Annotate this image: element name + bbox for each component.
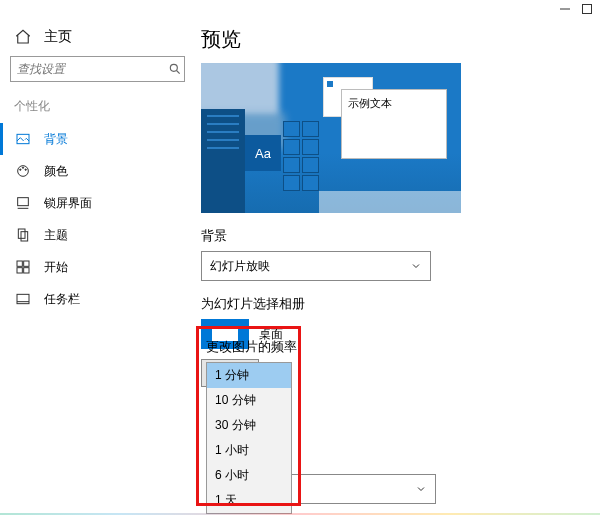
svg-line-3 — [177, 71, 180, 74]
sidebar-item-label: 任务栏 — [44, 291, 80, 308]
svg-rect-12 — [21, 232, 28, 241]
search-field[interactable] — [17, 62, 168, 76]
search-input[interactable] — [10, 56, 185, 82]
sidebar-item-start[interactable]: 开始 — [0, 251, 195, 283]
home-button[interactable]: 主页 — [0, 24, 195, 56]
titlebar — [0, 0, 600, 22]
frequency-option[interactable]: 10 分钟 — [207, 388, 291, 413]
frequency-option[interactable]: 6 小时 — [207, 463, 291, 488]
svg-rect-15 — [17, 268, 22, 273]
lock-screen-icon — [14, 194, 32, 212]
home-label: 主页 — [44, 28, 72, 46]
svg-rect-14 — [24, 261, 29, 266]
minimize-icon[interactable] — [554, 0, 576, 18]
frequency-section: 更改图片的频率 1 分钟10 分钟30 分钟1 小时6 小时1 天 — [206, 338, 297, 514]
svg-rect-17 — [17, 294, 29, 303]
sidebar-item-colors[interactable]: 颜色 — [0, 155, 195, 187]
sidebar-item-label: 背景 — [44, 131, 68, 148]
preview-sample-text: 示例文本 — [341, 89, 447, 159]
background-select[interactable]: 幻灯片放映 — [201, 251, 431, 281]
svg-point-8 — [20, 169, 21, 170]
frequency-option[interactable]: 1 天 — [207, 488, 291, 513]
start-icon — [14, 258, 32, 276]
svg-rect-9 — [18, 198, 29, 206]
maximize-icon[interactable] — [576, 0, 598, 18]
svg-rect-11 — [18, 229, 25, 238]
desktop-preview: Aa 示例文本 — [201, 63, 461, 213]
sidebar-item-taskbar[interactable]: 任务栏 — [0, 283, 195, 315]
page-title: 预览 — [201, 26, 590, 53]
svg-point-6 — [22, 167, 23, 168]
svg-rect-16 — [24, 268, 29, 273]
sidebar: 主页 个性化 背景 颜色 锁屏界面 — [0, 22, 195, 515]
taskbar-icon — [14, 290, 32, 308]
frequency-option[interactable]: 30 分钟 — [207, 413, 291, 438]
background-select-value: 幻灯片放映 — [210, 258, 270, 275]
frequency-option[interactable]: 1 小时 — [207, 438, 291, 463]
sidebar-item-label: 主题 — [44, 227, 68, 244]
svg-rect-1 — [583, 5, 592, 14]
frequency-option[interactable]: 1 分钟 — [207, 363, 291, 388]
sidebar-item-label: 锁屏界面 — [44, 195, 92, 212]
sidebar-item-themes[interactable]: 主题 — [0, 219, 195, 251]
preview-aa: Aa — [245, 135, 281, 171]
svg-point-7 — [25, 169, 26, 170]
section-label: 个性化 — [0, 82, 195, 123]
svg-point-2 — [170, 64, 177, 71]
frequency-label: 更改图片的频率 — [206, 338, 297, 356]
sidebar-item-label: 开始 — [44, 259, 68, 276]
theme-icon — [14, 226, 32, 244]
album-label: 为幻灯片选择相册 — [201, 295, 590, 313]
sidebar-item-background[interactable]: 背景 — [0, 123, 195, 155]
chevron-down-icon — [410, 260, 422, 272]
background-label: 背景 — [201, 227, 590, 245]
sidebar-item-label: 颜色 — [44, 163, 68, 180]
home-icon — [14, 28, 32, 46]
svg-rect-13 — [17, 261, 22, 266]
frequency-dropdown[interactable]: 1 分钟10 分钟30 分钟1 小时6 小时1 天 — [206, 362, 292, 514]
palette-icon — [14, 162, 32, 180]
sidebar-item-lockscreen[interactable]: 锁屏界面 — [0, 187, 195, 219]
picture-icon — [14, 130, 32, 148]
search-icon — [168, 61, 182, 77]
